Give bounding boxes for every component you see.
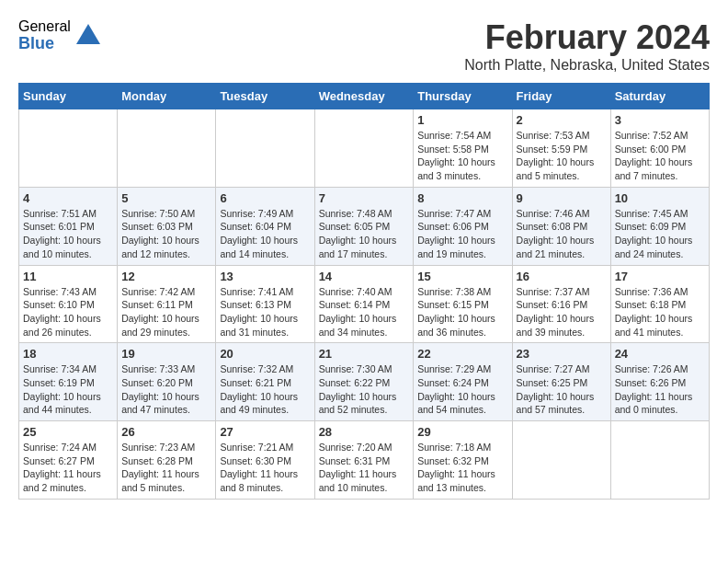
calendar-day-cell: 20Sunrise: 7:32 AM Sunset: 6:21 PM Dayli… <box>216 343 314 421</box>
day-info: Sunrise: 7:32 AM Sunset: 6:21 PM Dayligh… <box>220 362 310 417</box>
weekday-header: Friday <box>512 84 610 109</box>
calendar-day-cell: 12Sunrise: 7:42 AM Sunset: 6:11 PM Dayli… <box>118 265 216 343</box>
logo-text: General Blue <box>18 18 71 52</box>
day-info: Sunrise: 7:53 AM Sunset: 5:59 PM Dayligh… <box>517 129 607 183</box>
logo-blue: Blue <box>18 35 71 53</box>
calendar-day-cell: 18Sunrise: 7:34 AM Sunset: 6:19 PM Dayli… <box>19 343 118 421</box>
calendar-day-cell: 23Sunrise: 7:27 AM Sunset: 6:25 PM Dayli… <box>512 343 610 421</box>
day-number: 5 <box>121 191 211 205</box>
day-info: Sunrise: 7:38 AM Sunset: 6:15 PM Dayligh… <box>417 285 507 339</box>
month-title: February 2024 <box>464 18 710 57</box>
day-number: 20 <box>220 347 310 361</box>
calendar-day-cell: 6Sunrise: 7:49 AM Sunset: 6:04 PM Daylig… <box>216 187 314 265</box>
day-info: Sunrise: 7:48 AM Sunset: 6:05 PM Dayligh… <box>319 207 410 261</box>
calendar-day-cell: 7Sunrise: 7:48 AM Sunset: 6:05 PM Daylig… <box>314 187 414 265</box>
day-number: 8 <box>417 191 507 205</box>
day-number: 24 <box>615 347 705 361</box>
calendar-day-cell: 28Sunrise: 7:20 AM Sunset: 6:31 PM Dayli… <box>314 421 414 500</box>
weekday-header: Tuesday <box>216 84 314 109</box>
calendar-day-cell: 13Sunrise: 7:41 AM Sunset: 6:13 PM Dayli… <box>216 265 314 343</box>
day-info: Sunrise: 7:37 AM Sunset: 6:16 PM Dayligh… <box>517 285 607 339</box>
day-number: 11 <box>23 270 113 283</box>
day-info: Sunrise: 7:41 AM Sunset: 6:13 PM Dayligh… <box>220 285 310 339</box>
calendar-day-cell: 27Sunrise: 7:21 AM Sunset: 6:30 PM Dayli… <box>216 421 314 500</box>
logo-icon <box>74 22 102 50</box>
day-number: 27 <box>220 425 310 439</box>
day-number: 25 <box>23 425 113 439</box>
day-number: 26 <box>121 425 211 439</box>
day-number: 1 <box>417 113 507 127</box>
day-info: Sunrise: 7:26 AM Sunset: 6:26 PM Dayligh… <box>615 362 705 417</box>
day-info: Sunrise: 7:20 AM Sunset: 6:31 PM Dayligh… <box>319 441 410 495</box>
calendar-day-cell: 8Sunrise: 7:47 AM Sunset: 6:06 PM Daylig… <box>414 187 512 265</box>
calendar-day-cell: 11Sunrise: 7:43 AM Sunset: 6:10 PM Dayli… <box>19 265 118 343</box>
calendar-day-cell: 14Sunrise: 7:40 AM Sunset: 6:14 PM Dayli… <box>314 265 414 343</box>
day-info: Sunrise: 7:47 AM Sunset: 6:06 PM Dayligh… <box>417 207 507 261</box>
calendar-week-row: 4Sunrise: 7:51 AM Sunset: 6:01 PM Daylig… <box>19 187 710 265</box>
day-number: 14 <box>319 270 410 283</box>
calendar-day-cell: 26Sunrise: 7:23 AM Sunset: 6:28 PM Dayli… <box>118 421 216 500</box>
calendar-day-cell <box>512 421 610 500</box>
day-info: Sunrise: 7:33 AM Sunset: 6:20 PM Dayligh… <box>121 362 211 417</box>
calendar-table: SundayMondayTuesdayWednesdayThursdayFrid… <box>18 83 710 500</box>
logo: General Blue <box>18 18 102 52</box>
calendar-day-cell: 25Sunrise: 7:24 AM Sunset: 6:27 PM Dayli… <box>19 421 118 500</box>
weekday-header: Thursday <box>414 84 512 109</box>
logo-general: General <box>18 18 71 35</box>
day-info: Sunrise: 7:54 AM Sunset: 5:58 PM Dayligh… <box>417 129 507 183</box>
day-info: Sunrise: 7:27 AM Sunset: 6:25 PM Dayligh… <box>517 362 607 417</box>
calendar-day-cell <box>118 109 216 188</box>
day-number: 19 <box>121 347 211 361</box>
day-number: 13 <box>220 270 310 283</box>
day-number: 15 <box>417 270 507 283</box>
day-info: Sunrise: 7:34 AM Sunset: 6:19 PM Dayligh… <box>23 362 113 417</box>
calendar-day-cell: 3Sunrise: 7:52 AM Sunset: 6:00 PM Daylig… <box>610 109 709 188</box>
calendar-day-cell: 15Sunrise: 7:38 AM Sunset: 6:15 PM Dayli… <box>414 265 512 343</box>
day-info: Sunrise: 7:18 AM Sunset: 6:32 PM Dayligh… <box>417 441 507 495</box>
svg-marker-0 <box>76 24 100 44</box>
calendar-day-cell: 10Sunrise: 7:45 AM Sunset: 6:09 PM Dayli… <box>610 187 709 265</box>
calendar-day-cell <box>19 109 118 188</box>
day-info: Sunrise: 7:30 AM Sunset: 6:22 PM Dayligh… <box>319 362 410 417</box>
day-info: Sunrise: 7:50 AM Sunset: 6:03 PM Dayligh… <box>121 207 211 261</box>
weekday-header: Monday <box>118 84 216 109</box>
weekday-header: Sunday <box>19 84 118 109</box>
day-info: Sunrise: 7:43 AM Sunset: 6:10 PM Dayligh… <box>23 285 113 339</box>
day-info: Sunrise: 7:46 AM Sunset: 6:08 PM Dayligh… <box>517 207 607 261</box>
calendar-day-cell: 1Sunrise: 7:54 AM Sunset: 5:58 PM Daylig… <box>414 109 512 188</box>
day-number: 16 <box>517 270 607 283</box>
weekday-header: Saturday <box>610 84 709 109</box>
day-number: 9 <box>517 191 607 205</box>
day-info: Sunrise: 7:45 AM Sunset: 6:09 PM Dayligh… <box>615 207 705 261</box>
calendar-day-cell: 5Sunrise: 7:50 AM Sunset: 6:03 PM Daylig… <box>118 187 216 265</box>
day-number: 21 <box>319 347 410 361</box>
day-number: 12 <box>121 270 211 283</box>
calendar-day-cell: 19Sunrise: 7:33 AM Sunset: 6:20 PM Dayli… <box>118 343 216 421</box>
calendar-day-cell: 9Sunrise: 7:46 AM Sunset: 6:08 PM Daylig… <box>512 187 610 265</box>
calendar-day-cell: 17Sunrise: 7:36 AM Sunset: 6:18 PM Dayli… <box>610 265 709 343</box>
calendar-header-row: SundayMondayTuesdayWednesdayThursdayFrid… <box>19 84 710 109</box>
day-info: Sunrise: 7:21 AM Sunset: 6:30 PM Dayligh… <box>220 441 310 495</box>
location: North Platte, Nebraska, United States <box>464 57 710 74</box>
day-number: 4 <box>23 191 113 205</box>
day-number: 6 <box>220 191 310 205</box>
calendar-week-row: 25Sunrise: 7:24 AM Sunset: 6:27 PM Dayli… <box>19 421 710 500</box>
day-info: Sunrise: 7:40 AM Sunset: 6:14 PM Dayligh… <box>319 285 410 339</box>
day-info: Sunrise: 7:51 AM Sunset: 6:01 PM Dayligh… <box>23 207 113 261</box>
day-info: Sunrise: 7:29 AM Sunset: 6:24 PM Dayligh… <box>417 362 507 417</box>
calendar-day-cell <box>216 109 314 188</box>
day-number: 10 <box>615 191 705 205</box>
day-number: 7 <box>319 191 410 205</box>
page-header: General Blue February 2024 North Platte,… <box>18 18 710 74</box>
calendar-day-cell: 4Sunrise: 7:51 AM Sunset: 6:01 PM Daylig… <box>19 187 118 265</box>
calendar-day-cell: 22Sunrise: 7:29 AM Sunset: 6:24 PM Dayli… <box>414 343 512 421</box>
day-number: 28 <box>319 425 410 439</box>
calendar-week-row: 18Sunrise: 7:34 AM Sunset: 6:19 PM Dayli… <box>19 343 710 421</box>
weekday-header: Wednesday <box>314 84 414 109</box>
title-section: February 2024 North Platte, Nebraska, Un… <box>464 18 710 74</box>
calendar-day-cell <box>610 421 709 500</box>
calendar-day-cell: 16Sunrise: 7:37 AM Sunset: 6:16 PM Dayli… <box>512 265 610 343</box>
calendar-day-cell: 24Sunrise: 7:26 AM Sunset: 6:26 PM Dayli… <box>610 343 709 421</box>
calendar-week-row: 11Sunrise: 7:43 AM Sunset: 6:10 PM Dayli… <box>19 265 710 343</box>
day-info: Sunrise: 7:49 AM Sunset: 6:04 PM Dayligh… <box>220 207 310 261</box>
